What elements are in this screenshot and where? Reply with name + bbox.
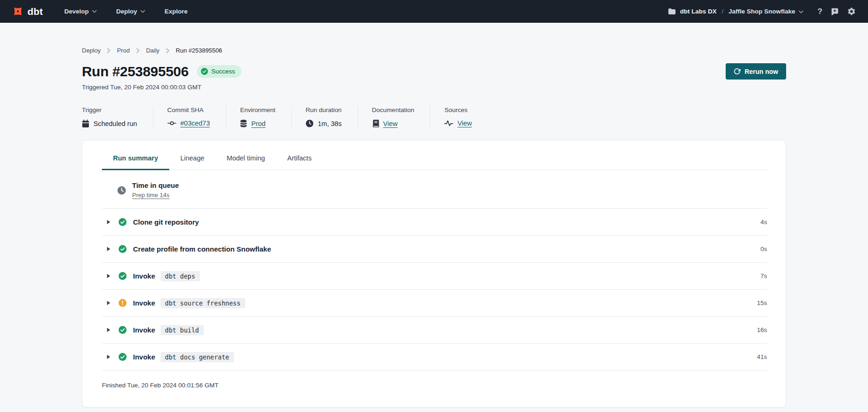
account-separator: / <box>722 8 724 15</box>
nav-explore[interactable]: Explore <box>165 8 188 15</box>
step-name: Invoke <box>133 353 155 361</box>
expand-caret-icon[interactable] <box>107 219 111 225</box>
breadcrumb-deploy[interactable]: Deploy <box>82 47 100 54</box>
expand-caret-icon[interactable] <box>107 273 111 279</box>
account-name: dbt Labs DX <box>680 8 717 15</box>
account-project-switcher[interactable]: dbt Labs DX / Jaffle Shop Snowflake <box>668 8 803 15</box>
finished-timestamp: Finished Tue, 20 Feb 2024 00:01:56 GMT <box>102 371 767 403</box>
meta-sources-label: Sources <box>444 106 472 113</box>
meta-duration-label: Run duration <box>306 106 342 113</box>
step-duration: 41s <box>757 353 767 360</box>
environment-link[interactable]: Prod <box>251 120 266 127</box>
success-check-icon <box>119 353 127 361</box>
queue-clock-icon <box>117 186 126 195</box>
step-duration: 16s <box>757 326 767 333</box>
run-summary-card: Run summary Lineage Model timing Artifac… <box>82 140 786 407</box>
meta-documentation: Documentation View <box>358 106 430 128</box>
success-check-icon <box>201 68 208 75</box>
meta-environment-label: Environment <box>240 106 275 113</box>
step-row-dbt-deps: Invoke dbt deps 7s <box>102 263 767 290</box>
command-chip: dbt docs generate <box>160 352 234 362</box>
help-icon[interactable]: ? <box>818 7 822 15</box>
nav-deploy[interactable]: Deploy <box>116 8 145 15</box>
meta-trigger-value: Scheduled run <box>93 120 137 127</box>
nav-develop-label: Develop <box>64 8 89 15</box>
breadcrumb-daily[interactable]: Daily <box>146 47 160 54</box>
project-name-label: Jaffle Shop Snowflake <box>728 8 795 15</box>
breadcrumb-prod[interactable]: Prod <box>117 47 129 54</box>
status-badge: Success <box>197 65 241 78</box>
step-name: Invoke <box>133 272 155 280</box>
chevron-down-icon <box>92 10 97 13</box>
step-row-dbt-build: Invoke dbt build 16s <box>102 317 767 344</box>
success-check-icon <box>119 326 127 334</box>
command-chip: dbt build <box>160 325 204 335</box>
meta-sources: Sources View <box>430 106 487 128</box>
meta-trigger: Trigger Scheduled run <box>82 106 153 128</box>
meta-commit-sha: Commit SHA #03ced73 <box>153 106 226 128</box>
step-row-clone-git: Clone git repository 4s <box>102 209 767 236</box>
triggered-timestamp: Triggered Tue, 20 Feb 2024 00:00:03 GMT <box>82 84 786 91</box>
folder-icon <box>668 8 676 15</box>
run-meta-row: Trigger Scheduled run Commit SHA #03ced7… <box>82 106 786 128</box>
rerun-now-label: Rerun now <box>745 68 778 75</box>
nav-deploy-label: Deploy <box>116 8 137 15</box>
commit-sha-link[interactable]: #03ced73 <box>180 120 210 127</box>
header-right: dbt Labs DX / Jaffle Shop Snowflake ? <box>668 7 856 16</box>
page-content: Deploy Prod Daily Run #253895506 Run #25… <box>82 47 786 407</box>
chevron-right-icon <box>136 48 140 53</box>
status-badge-label: Success <box>211 68 235 75</box>
brand-name: dbt <box>27 6 43 17</box>
tab-model-timing[interactable]: Model timing <box>215 154 276 170</box>
documentation-view-link[interactable]: View <box>383 120 398 127</box>
nav-develop[interactable]: Develop <box>64 8 97 15</box>
feedback-icon[interactable] <box>830 7 839 16</box>
expand-caret-icon[interactable] <box>107 354 111 359</box>
tab-bar: Run summary Lineage Model timing Artifac… <box>102 154 767 170</box>
nav-explore-label: Explore <box>165 8 188 15</box>
chevron-right-icon <box>166 48 170 53</box>
dbt-logo-icon <box>12 6 24 17</box>
clock-icon <box>306 120 314 127</box>
step-duration: 0s <box>761 246 767 253</box>
step-name: Invoke <box>133 326 155 334</box>
command-chip: dbt deps <box>160 271 200 281</box>
step-name: Invoke <box>133 299 155 307</box>
dbt-logo[interactable]: dbt <box>12 6 43 17</box>
chevron-down-icon <box>140 10 145 13</box>
step-duration: 15s <box>757 299 767 306</box>
time-in-queue-row: Time in queue Prep time 14s <box>102 170 767 209</box>
main-nav: Develop Deploy Explore <box>64 8 187 15</box>
sources-view-link[interactable]: View <box>457 120 472 127</box>
prep-time-link[interactable]: Prep time 14s <box>132 192 169 199</box>
header-icon-cluster: ? <box>818 7 856 16</box>
tab-run-summary[interactable]: Run summary <box>102 154 169 170</box>
step-row-dbt-docs-generate: Invoke dbt docs generate 41s <box>102 344 767 371</box>
queue-text: Time in queue Prep time 14s <box>132 181 179 199</box>
tab-artifacts[interactable]: Artifacts <box>276 154 323 170</box>
book-icon <box>372 120 379 127</box>
expand-caret-icon[interactable] <box>107 246 111 252</box>
success-check-icon <box>119 272 127 280</box>
step-name: Create profile from connection Snowflake <box>133 245 271 253</box>
step-row-create-profile: Create profile from connection Snowflake… <box>102 236 767 263</box>
top-nav-bar: dbt Develop Deploy Explore dbt Labs DX /… <box>0 0 868 23</box>
page-title: Run #253895506 <box>82 64 188 80</box>
calendar-icon <box>82 120 89 128</box>
meta-run-duration: Run duration 1m, 38s <box>291 106 358 128</box>
rerun-icon <box>734 68 741 75</box>
expand-caret-icon[interactable] <box>107 300 111 306</box>
settings-gear-icon[interactable] <box>847 7 856 16</box>
rerun-now-button[interactable]: Rerun now <box>726 63 786 80</box>
breadcrumb-current-run: Run #253895506 <box>176 47 222 54</box>
git-commit-icon <box>167 120 176 126</box>
meta-environment: Environment Prod <box>226 106 291 128</box>
expand-caret-icon[interactable] <box>107 327 111 332</box>
tab-lineage[interactable]: Lineage <box>169 154 216 170</box>
database-icon <box>240 120 247 127</box>
meta-documentation-label: Documentation <box>372 106 414 113</box>
command-chip: dbt source freshness <box>160 298 246 308</box>
step-duration: 7s <box>761 272 767 279</box>
chevron-down-icon <box>799 8 803 15</box>
warning-icon <box>119 299 127 307</box>
